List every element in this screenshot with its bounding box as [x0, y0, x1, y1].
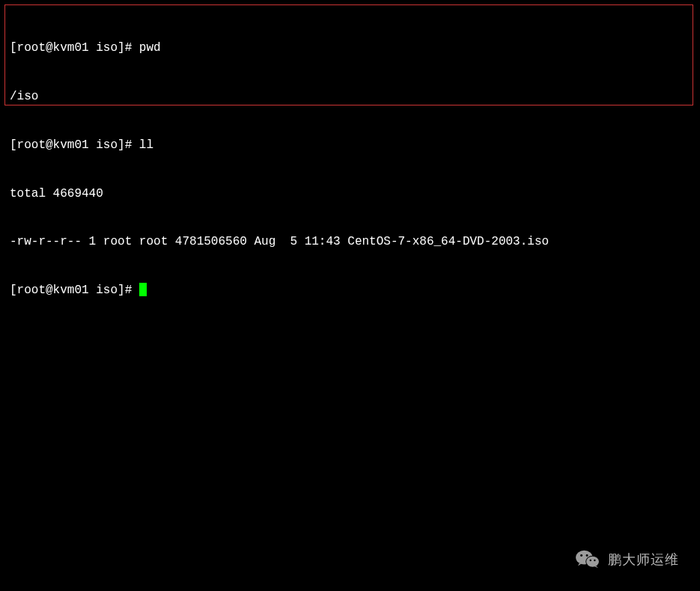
watermark-text: 鹏大师运维 — [608, 551, 679, 569]
terminal-cursor — [139, 283, 147, 296]
terminal-line: [root@kvm01 iso]# ll — [10, 138, 688, 154]
svg-point-4 — [586, 554, 588, 557]
svg-point-2 — [586, 557, 599, 567]
shell-prompt: [root@kvm01 iso]# — [10, 284, 139, 297]
shell-output: -rw-r--r-- 1 root root 4781506560 Aug 5 … — [10, 235, 549, 248]
terminal-line: [root@kvm01 iso]# pwd — [10, 40, 688, 57]
terminal-line: /iso — [10, 89, 688, 105]
shell-prompt: [root@kvm01 iso]# — [10, 138, 139, 152]
shell-prompt: [root@kvm01 iso]# — [10, 41, 139, 55]
watermark: 鹏大师运维 — [575, 549, 679, 570]
svg-point-5 — [590, 560, 591, 561]
terminal-line: total 4669440 — [10, 186, 688, 203]
terminal-output-box[interactable]: [root@kvm01 iso]# pwd /iso [root@kvm01 i… — [4, 4, 693, 105]
wechat-icon — [575, 549, 600, 570]
svg-point-6 — [594, 560, 595, 561]
terminal-line: -rw-r--r-- 1 root root 4781506560 Aug 5 … — [10, 234, 688, 251]
shell-output: /iso — [10, 90, 38, 103]
shell-command: ll — [139, 138, 153, 152]
svg-point-3 — [580, 554, 582, 557]
shell-output: total 4669440 — [10, 187, 103, 200]
shell-command: pwd — [139, 41, 161, 55]
terminal-line: [root@kvm01 iso]# — [10, 283, 688, 299]
